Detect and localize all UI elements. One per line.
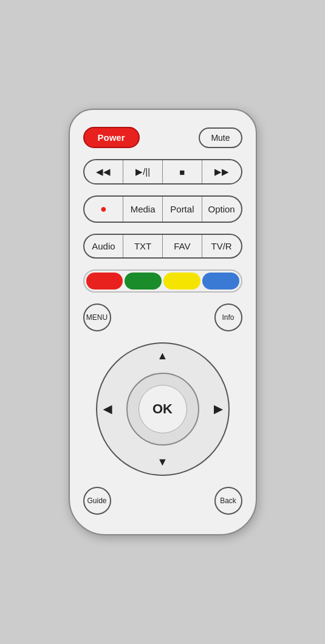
media-group: ● Media Portal Option [83, 195, 242, 223]
forward-button[interactable]: ▶▶ [202, 160, 241, 183]
txt-button[interactable]: TXT [123, 235, 163, 257]
audio-button[interactable]: Audio [84, 235, 124, 257]
stop-button[interactable]: ■ [163, 160, 202, 183]
dpad: OK ▲ ▼ ◀ ▶ [96, 342, 230, 476]
menu-button[interactable]: MENU [83, 303, 111, 331]
green-button[interactable] [125, 273, 162, 290]
tvr-button[interactable]: TV/R [202, 235, 241, 257]
option-button[interactable]: Option [202, 197, 241, 222]
top-row: Power Mute [83, 127, 242, 148]
menu-info-row: MENU Info [83, 303, 242, 331]
media-button[interactable]: Media [123, 197, 163, 222]
bottom-row: Guide Back [83, 487, 242, 515]
mute-button[interactable]: Mute [199, 127, 242, 148]
up-button[interactable]: ▲ [157, 350, 168, 362]
right-button[interactable]: ▶ [214, 402, 222, 416]
red-button[interactable] [86, 273, 123, 290]
color-bar [83, 269, 242, 293]
yellow-button[interactable] [163, 273, 200, 290]
portal-button[interactable]: Portal [163, 197, 202, 222]
remote-control: Power Mute ◀◀ ▶/|| ■ ▶▶ ● Media Portal O… [69, 109, 257, 535]
blue-button[interactable] [202, 273, 239, 290]
ok-button[interactable]: OK [139, 385, 187, 433]
playback-group: ◀◀ ▶/|| ■ ▶▶ [83, 159, 242, 185]
fav-button[interactable]: FAV [163, 235, 202, 257]
playpause-button[interactable]: ▶/|| [123, 160, 163, 183]
down-button[interactable]: ▼ [157, 456, 168, 469]
left-button[interactable]: ◀ [103, 402, 112, 416]
rewind-button[interactable]: ◀◀ [84, 160, 124, 183]
function-group: Audio TXT FAV TV/R [83, 234, 242, 259]
guide-button[interactable]: Guide [83, 487, 111, 515]
info-button[interactable]: Info [214, 303, 242, 331]
dpad-inner-ring: OK [126, 373, 199, 446]
dpad-outer-ring: OK ▲ ▼ ◀ ▶ [96, 342, 230, 476]
power-button[interactable]: Power [83, 127, 140, 148]
back-button[interactable]: Back [214, 487, 242, 515]
record-button[interactable]: ● [84, 197, 124, 222]
